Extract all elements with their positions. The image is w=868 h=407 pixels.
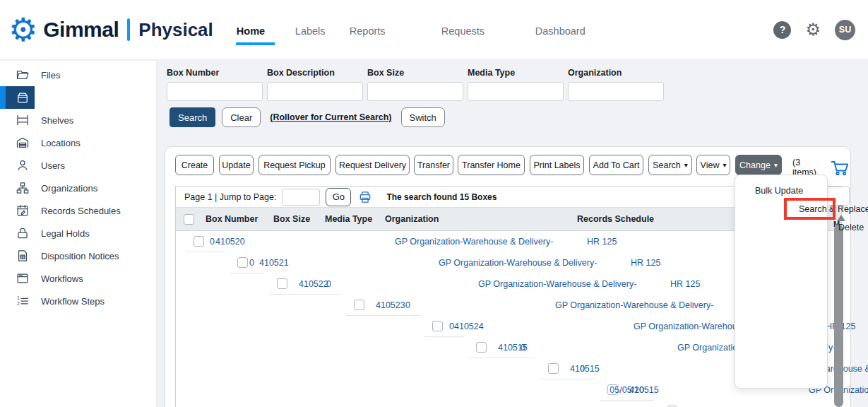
- menu-item[interactable]: Bulk Update: [745, 182, 784, 200]
- box-description-input[interactable]: [267, 82, 363, 101]
- column-box-number[interactable]: Box Number: [206, 214, 258, 224]
- box-description-label: Box Description: [267, 68, 363, 78]
- nav-requests[interactable]: Requests: [441, 18, 515, 45]
- table-row: 410515 GP Organization-Warehouse & Deliv…: [468, 337, 535, 358]
- page-jump-label: Page 1 | Jump to Page:: [184, 192, 276, 202]
- sidebar-item-locations[interactable]: Locations: [0, 131, 74, 154]
- date-fragment: 0: [249, 258, 254, 268]
- request-pickup-button[interactable]: Request Pickup: [258, 155, 331, 175]
- column-organization[interactable]: Organization: [385, 214, 439, 224]
- numbered-list-icon: 12: [16, 294, 30, 308]
- app-window: ⚙ Gimmal Physical Home Labels Reports Re…: [0, 0, 868, 407]
- brand-name: Gimmal: [43, 18, 119, 42]
- box-number-link[interactable]: 410521: [259, 258, 289, 268]
- sidebar-item-label: Locations: [41, 138, 81, 148]
- cart-icon[interactable]: [829, 158, 850, 177]
- records-schedule-link[interactable]: HR 125: [670, 279, 700, 289]
- box-number-link[interactable]: 410524: [454, 322, 484, 331]
- media-type-input[interactable]: [468, 82, 564, 101]
- row-checkbox[interactable]: [548, 363, 559, 374]
- table-row: 410515 GP Organization-Warehouse & Deliv…: [600, 379, 654, 401]
- menu-item[interactable]: Delete: [828, 218, 868, 237]
- organization-link[interactable]: GP Organization-Warehouse & Delivery-: [555, 300, 713, 310]
- request-delivery-button[interactable]: Request Delivery: [335, 155, 410, 175]
- column-box-size[interactable]: Box Size: [273, 214, 310, 224]
- sidebar-item-boxes[interactable]: Boxes: [0, 86, 35, 109]
- clear-button[interactable]: Clear: [222, 107, 261, 127]
- sidebar-item-legal-holds[interactable]: Legal Holds: [0, 222, 54, 244]
- filter-media-type: Media Type: [468, 68, 564, 101]
- user-icon: [16, 158, 30, 172]
- box-number-link[interactable]: 410522: [299, 279, 328, 289]
- user-avatar[interactable]: SU: [835, 20, 855, 40]
- date-fragment: 0: [521, 343, 525, 353]
- table-row: 410520 GP Organization-Warehouse & Deliv…: [186, 231, 225, 252]
- nav-dashboard[interactable]: Dashboard: [535, 18, 574, 45]
- chevron-down-icon: ▾: [684, 161, 688, 169]
- table-row: 410522 GP Organization-Warehouse & Deliv…: [269, 273, 341, 295]
- search-button[interactable]: Search: [170, 107, 215, 127]
- organization-label: Organization: [568, 68, 664, 78]
- add-to-cart-button[interactable]: Add To Cart: [589, 155, 643, 175]
- row-checkbox[interactable]: [277, 278, 287, 289]
- search-menu-button[interactable]: Search ▾: [648, 155, 692, 175]
- sidebar-item-workflow-steps[interactable]: 12 Workflow Steps: [0, 290, 47, 312]
- jump-to-page-input[interactable]: [282, 189, 320, 206]
- box-number-link[interactable]: 410523: [376, 300, 405, 310]
- sidebar-item-users[interactable]: Users: [0, 154, 40, 177]
- records-schedule-link[interactable]: HR 125: [587, 237, 617, 247]
- organization-link[interactable]: GP Organization-Warehouse & Delivery-: [395, 237, 553, 247]
- sidebar: Files Boxes Shelves Locations Users: [0, 61, 157, 407]
- sidebar-item-files[interactable]: Files: [0, 64, 39, 86]
- row-checkbox[interactable]: [432, 321, 443, 331]
- filter-box-description: Box Description: [267, 68, 363, 101]
- row-checkbox[interactable]: [237, 257, 248, 268]
- records-schedule-link[interactable]: HR 125: [631, 258, 660, 268]
- box-size-input[interactable]: [367, 82, 463, 101]
- rollover-current-search-link[interactable]: (Rollover for Current Search): [270, 112, 391, 122]
- create-button[interactable]: Create: [175, 155, 214, 175]
- menu-item[interactable]: Search & Replace: [789, 200, 824, 218]
- print-labels-button[interactable]: Print Labels: [530, 155, 584, 175]
- organization-link[interactable]: GP Organization-Warehouse & Delivery-: [478, 279, 636, 289]
- row-checkbox[interactable]: [476, 342, 487, 353]
- column-media-type[interactable]: Media Type: [325, 214, 372, 224]
- folder-icon: [16, 68, 30, 82]
- sidebar-item-shelves[interactable]: Shelves: [0, 109, 72, 131]
- window-icon: [16, 271, 30, 285]
- organization-input[interactable]: [568, 82, 664, 101]
- box-size-label: Box Size: [367, 68, 463, 78]
- nav-labels[interactable]: Labels: [295, 18, 329, 45]
- nav-home[interactable]: Home: [236, 18, 275, 45]
- help-icon[interactable]: ?: [773, 21, 791, 39]
- box-number-input[interactable]: [167, 82, 263, 101]
- filter-box-number: Box Number: [167, 68, 263, 101]
- row-checkbox[interactable]: [194, 236, 204, 247]
- printer-icon[interactable]: [358, 190, 372, 204]
- row-checkbox[interactable]: [354, 300, 364, 310]
- box-number-link[interactable]: 410520: [215, 237, 245, 247]
- change-menu-button[interactable]: Change ▾: [735, 155, 782, 175]
- view-menu-button[interactable]: View ▾: [696, 155, 730, 175]
- sidebar-item-disposition-notices[interactable]: Disposition Notices: [0, 244, 44, 267]
- svg-text:1: 1: [17, 295, 20, 300]
- sidebar-item-records-schedules[interactable]: Records Schedules: [0, 199, 54, 222]
- sidebar-item-workflows[interactable]: Workflows: [0, 267, 34, 290]
- update-button[interactable]: Update: [219, 155, 254, 175]
- date-fragment: 0: [210, 237, 215, 247]
- settings-gear-icon[interactable]: ⚙: [805, 21, 821, 38]
- vertical-scrollbar[interactable]: [834, 225, 843, 407]
- box-number-label: Box Number: [167, 68, 263, 78]
- transfer-button[interactable]: Transfer: [414, 155, 453, 175]
- transfer-home-button[interactable]: Transfer Home: [458, 155, 525, 175]
- media-type-label: Media Type: [468, 68, 564, 78]
- column-records-schedule[interactable]: Records Schedule: [577, 214, 654, 224]
- sidebar-item-organizations[interactable]: Organizations: [0, 177, 67, 199]
- calendar-edit-icon: [16, 204, 30, 218]
- organization-link[interactable]: GP Organization-Warehouse & Delivery-: [439, 258, 597, 268]
- select-all-checkbox[interactable]: [184, 214, 194, 225]
- document-grid-icon: [16, 249, 30, 263]
- go-button[interactable]: Go: [326, 188, 351, 206]
- nav-reports[interactable]: Reports: [349, 18, 421, 45]
- switch-button[interactable]: Switch: [401, 107, 445, 127]
